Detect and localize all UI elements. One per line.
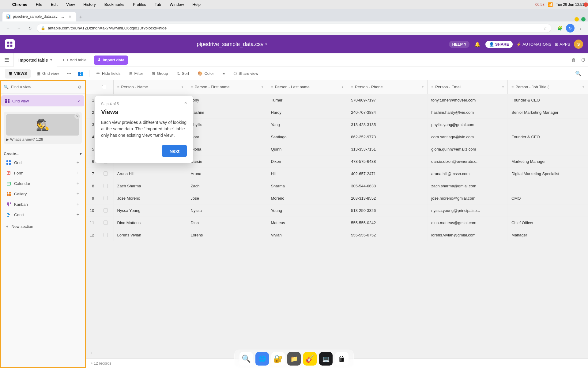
minimize-button[interactable] (575, 17, 579, 21)
menu-edit[interactable]: Edit (49, 2, 59, 7)
color-icon: 🎨 (198, 71, 202, 76)
notification-icon[interactable]: 🔔 (473, 40, 482, 48)
dock-notes[interactable]: 🎸 (303, 352, 317, 366)
import-data-button[interactable]: ⬇ Import data (94, 56, 128, 65)
dock-finder2[interactable]: 📁 (287, 352, 301, 366)
import-icon: ⬇ (97, 58, 101, 62)
dock-chrome[interactable]: 🌐 (255, 352, 269, 366)
svg-rect-0 (7, 42, 9, 44)
airtable-table-toolbar: ☰ Imported table ▾ + + Add table ⬇ Impor… (0, 53, 588, 67)
share-icon: 👤 (489, 42, 494, 47)
import-label: Import data (103, 58, 124, 62)
filter-button[interactable]: ⊟ Filter (126, 69, 146, 79)
share-view-button[interactable]: ⬡ Share view (230, 69, 261, 79)
views-icon: ⊞ (9, 71, 12, 76)
menu-help[interactable]: Help (190, 2, 202, 7)
menu-profiles[interactable]: Profiles (131, 2, 148, 7)
chrome-window-controls (575, 17, 586, 21)
tab-close-button[interactable]: ✕ (67, 14, 72, 19)
dock-finder[interactable]: 🔍 (239, 352, 253, 366)
apps-icon: ⊞ (555, 42, 558, 47)
add-table-button[interactable]: + + Add table (57, 53, 91, 67)
table-tab[interactable]: Imported table ▾ (13, 53, 57, 67)
trash-button[interactable]: 🗑 (569, 53, 579, 67)
views-tab[interactable]: ⊞ VIEWS (5, 69, 31, 79)
popup-dialog: × Step 4 of 5 Views Each view provides a… (95, 96, 193, 163)
filter-icon: ⊟ (129, 71, 133, 76)
grid-icon: ▦ (37, 71, 40, 76)
user-avatar[interactable]: S (574, 40, 583, 49)
apps-button[interactable]: ⊞ APPS (555, 42, 570, 47)
color-button[interactable]: 🎨 Color (194, 69, 217, 79)
help-label: HELP (452, 42, 463, 47)
automations-icon: ⚡ (516, 42, 521, 47)
header-title[interactable]: pipedrive_sample_data.csv ▾ (197, 41, 267, 48)
chrome-addressbar: ← → ↻ 🔒 airtable.com/tblUhATZDzmqnXak7/v… (0, 21, 588, 35)
sort-button[interactable]: ⇅ Sort (174, 69, 192, 79)
search-records-button[interactable]: 🔍 (573, 69, 583, 79)
hide-fields-button[interactable]: 👁 Hide fields (93, 69, 124, 79)
new-tab-button[interactable]: + (77, 13, 85, 21)
history-button[interactable]: ⏱ (579, 53, 588, 67)
popup-step: Step 4 of 5 (101, 102, 187, 106)
share-label: SHARE (495, 42, 509, 47)
add-table-label: + Add table (66, 58, 86, 62)
popup-overlay: × Step 4 of 5 Views Each view provides a… (0, 80, 588, 368)
chrome-tab[interactable]: 📊 pipedrive_sample_data.csv: Im... ✕ (2, 12, 76, 21)
density-button[interactable]: ≡ (219, 69, 228, 79)
group-label: Group (157, 71, 168, 76)
filter-label: Filter (134, 71, 143, 76)
views-toolbar: ⊞ VIEWS ▦ Grid view ••• 👥 👁 Hide fields … (0, 67, 588, 80)
hide-fields-label: Hide fields (102, 71, 121, 76)
menu-file[interactable]: File (34, 2, 44, 7)
tab-favicon: 📊 (6, 14, 10, 19)
dock-terminal[interactable]: 💻 (319, 352, 333, 366)
app-name[interactable]: Chrome (10, 2, 29, 7)
hamburger-menu[interactable]: ☰ (0, 53, 13, 67)
more-options-button[interactable]: ••• (65, 69, 73, 79)
airtable-header: pipedrive_sample_data.csv ▾ HELP ? 🔔 👤 S… (0, 35, 588, 53)
views-divider (89, 70, 89, 77)
extensions-icon[interactable]: 🧩 (556, 25, 564, 32)
svg-rect-2 (7, 45, 9, 47)
sort-label: Sort (182, 71, 189, 76)
airtable-logo[interactable] (5, 39, 15, 49)
share-button[interactable]: 👤 SHARE (485, 41, 513, 48)
automations-button[interactable]: ⚡ AUTOMATIONS (516, 42, 551, 47)
help-button[interactable]: HELP ? (449, 41, 469, 48)
svg-rect-3 (10, 45, 13, 47)
help-icon: ? (464, 42, 466, 47)
apple-logo[interactable]:  (4, 2, 6, 7)
url-text: airtable.com/tblUhATZDzmqnXak7/viwMnlLO6… (48, 26, 541, 30)
share-view-label: Share view (239, 71, 258, 76)
menu-bookmarks[interactable]: Bookmarks (103, 2, 126, 7)
group-button[interactable]: ⊞ Group (149, 69, 171, 79)
popup-next-button[interactable]: Next (162, 145, 187, 157)
share-view-icon: ⬡ (233, 71, 237, 76)
dock-music[interactable]: 🗑 (335, 352, 349, 366)
popup-close-button[interactable]: × (182, 99, 189, 107)
profile-icon[interactable]: S (566, 24, 575, 33)
reload-button[interactable]: ↻ (26, 24, 34, 33)
menu-icon[interactable]: ⋮ (577, 25, 584, 32)
forward-button[interactable]: → (15, 24, 23, 33)
menu-view[interactable]: View (64, 2, 77, 7)
address-bar[interactable]: 🔒 airtable.com/tblUhATZDzmqnXak7/viwMnlL… (37, 24, 551, 33)
people-view-button[interactable]: 👥 (76, 69, 85, 79)
menu-window[interactable]: Window (168, 2, 186, 7)
battery-time: 00:58 (535, 2, 545, 7)
dock-keychain[interactable]: 🔐 (271, 352, 285, 366)
menu-history[interactable]: History (81, 2, 97, 7)
menu-tab[interactable]: Tab (153, 2, 163, 7)
close-button[interactable] (584, 2, 588, 7)
maximize-button[interactable] (581, 17, 586, 21)
header-right-actions: HELP ? 🔔 👤 SHARE ⚡ AUTOMATIONS ⊞ APPS S (449, 40, 583, 49)
table-tab-dropdown[interactable]: ▾ (50, 58, 52, 62)
clock: Tue 29 Jun 12:51 (556, 2, 584, 7)
mac-dock: 🔍 🌐 🔐 📁 🎸 💻 🗑 (234, 350, 354, 368)
header-title-area: pipedrive_sample_data.csv ▾ (20, 41, 444, 48)
grid-view-tab[interactable]: ▦ Grid view (33, 69, 62, 79)
star-icon[interactable]: ☆ (543, 26, 547, 31)
back-button[interactable]: ← (4, 24, 12, 33)
addressbar-actions: 🧩 S ⋮ (556, 24, 584, 33)
